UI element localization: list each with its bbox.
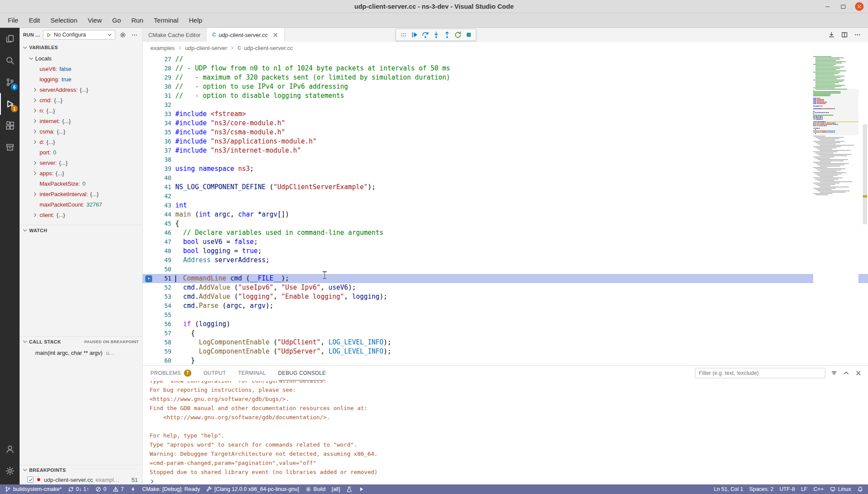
menu-edit[interactable]: Edit: [23, 13, 45, 27]
code-line-56[interactable]: 56 if (logging): [143, 320, 868, 329]
debug-step-out-button[interactable]: [441, 29, 452, 40]
code-line-47[interactable]: 47 bool useV6 = false;: [143, 237, 868, 247]
activity-extensions[interactable]: [0, 115, 20, 137]
debug-restart-button[interactable]: [452, 29, 463, 40]
code-line-46[interactable]: 46 // Declare variables used in command-…: [143, 228, 868, 237]
status-warnings[interactable]: 7: [110, 484, 127, 494]
code-line-29[interactable]: 29// - maximum of 320 packets sent (or l…: [143, 73, 868, 82]
status-notifications[interactable]: [854, 484, 866, 494]
variable-row-port[interactable]: port:0: [20, 147, 142, 157]
locals-scope-row[interactable]: Locals: [20, 53, 142, 63]
activity-run-and-debug[interactable]: 1: [0, 93, 20, 115]
variables-section-header[interactable]: VARIABLES: [20, 42, 142, 53]
status-build[interactable]: Build: [302, 484, 329, 494]
menu-file[interactable]: File: [3, 13, 23, 27]
code-line-27[interactable]: 27//: [143, 55, 868, 64]
menu-selection[interactable]: Selection: [45, 13, 83, 27]
variable-row-apps[interactable]: apps:{...}: [20, 168, 142, 178]
variable-row-internet[interactable]: internet:{...}: [20, 116, 142, 126]
menu-go[interactable]: Go: [107, 13, 126, 27]
code-line-50[interactable]: 50: [143, 265, 868, 274]
variable-row-csma[interactable]: csma:{...}: [20, 126, 142, 137]
variable-row-server[interactable]: server:{...}: [20, 157, 142, 168]
variable-row-MaxPacketSize[interactable]: MaxPacketSize:0: [20, 178, 142, 189]
code-line-28[interactable]: 28// - UDP flow from n0 to n1 of 1024 by…: [143, 64, 868, 73]
code-line-49[interactable]: 49 Address serverAddress;: [143, 256, 868, 265]
code-line-42[interactable]: 42: [143, 192, 868, 201]
debug-continue-button[interactable]: [409, 29, 420, 40]
download-icon[interactable]: [828, 31, 835, 38]
variable-row-maxPacketCount[interactable]: maxPacketCount:32767: [20, 199, 142, 210]
more-actions-icon[interactable]: [854, 31, 861, 38]
variable-row-interPacketInterval[interactable]: interPacketInterval:{...}: [20, 189, 142, 199]
breadcrumb-item[interactable]: udp-client-server.cc: [244, 45, 293, 51]
tab-udp-client-server-cc[interactable]: Cudp-client-server.cc: [207, 28, 285, 42]
status-errors[interactable]: 0: [92, 484, 110, 494]
stack-frame-row[interactable]: main(int argc, char ** argv) u…: [20, 348, 142, 357]
status-indentation[interactable]: Spaces: 2: [746, 484, 777, 494]
debug-config-dropdown[interactable]: No Configura: [43, 30, 115, 40]
status-language[interactable]: C++: [810, 484, 827, 494]
editor-scrollbar[interactable]: [862, 54, 868, 365]
variable-row-client[interactable]: client:{...}: [20, 210, 142, 220]
split-editor-icon[interactable]: [841, 31, 848, 38]
status-launch[interactable]: [355, 484, 367, 494]
status-target-os[interactable]: Linux: [827, 484, 854, 494]
variable-row-n[interactable]: n:{...}: [20, 105, 142, 116]
code-line-59[interactable]: 59 LogComponentEnable ("UdpServer", LOG_…: [143, 347, 868, 356]
status-sync[interactable]: 0↓ 1↑: [65, 484, 92, 494]
code-line-52[interactable]: 52 cmd.AddValue ("useIpv6", "Use Ipv6", …: [143, 283, 868, 292]
code-line-39[interactable]: 39using namespace ns3;: [143, 164, 868, 174]
code-line-53[interactable]: 53 cmd.AddValue ("logging", "Enable logg…: [143, 292, 868, 301]
code-line-48[interactable]: 48 bool logging = true;: [143, 247, 868, 256]
variable-row-useV6[interactable]: useV6:false: [20, 63, 142, 74]
code-line-58[interactable]: 58 LogComponentEnable ("UdpClient", LOG_…: [143, 338, 868, 347]
code-line-34[interactable]: 34#include "ns3/core-module.h": [143, 119, 868, 128]
watch-section-header[interactable]: WATCH: [20, 225, 142, 235]
menu-view[interactable]: View: [83, 13, 107, 27]
breadcrumb-item[interactable]: udp-client-server: [185, 45, 227, 51]
status-cmake-debug[interactable]: [127, 484, 139, 494]
code-line-54[interactable]: 54 cmd.Parse (argc, argv);: [143, 301, 868, 310]
code-line-30[interactable]: 30// - option to use IPv4 or IPv6 addres…: [143, 82, 868, 91]
status-branch[interactable]: buildsystem-cmake*: [2, 484, 65, 494]
minimize-button[interactable]: [824, 3, 831, 10]
code-line-44[interactable]: 44main (int argc, char *argv[]): [143, 210, 868, 219]
activity-account[interactable]: [0, 438, 20, 460]
variable-row-cmd[interactable]: cmd:{...}: [20, 95, 142, 105]
status-cmake-status[interactable]: CMake: [Debug]: Ready: [139, 484, 203, 494]
code-line-43[interactable]: 43int: [143, 201, 868, 210]
code-line-37[interactable]: 37#include "ns3/internet-module.h": [143, 146, 868, 155]
status-build-target[interactable]: [all]: [328, 484, 343, 494]
activity-search[interactable]: [0, 50, 20, 71]
maximize-button[interactable]: [839, 3, 847, 10]
breakpoint-checkbox[interactable]: [27, 477, 33, 483]
close-button[interactable]: [855, 2, 864, 11]
minimap[interactable]: [813, 54, 858, 365]
code-line-41[interactable]: 41NS_LOG_COMPONENT_DEFINE ("UdpClientSer…: [143, 183, 868, 192]
variable-row-serverAddress[interactable]: serverAddress:{...}: [20, 84, 142, 95]
debug-step-over-button[interactable]: [420, 29, 431, 40]
code-line-31[interactable]: 31// - option to disable logging stateme…: [143, 91, 868, 100]
console-filter-input[interactable]: [695, 368, 825, 378]
code-editor[interactable]: 27//28// - UDP flow from n0 to n1 of 102…: [143, 54, 868, 365]
debug-console[interactable]: Type "show configuration" for configurat…: [143, 381, 862, 484]
code-line-60[interactable]: 60 }: [143, 356, 868, 365]
activity-source-control[interactable]: 6: [0, 71, 20, 93]
scrollbar-thumb[interactable]: [863, 124, 867, 224]
variable-row-d[interactable]: d:{...}: [20, 137, 142, 147]
code-line-45[interactable]: 45{: [143, 219, 868, 228]
debug-settings-button[interactable]: [118, 30, 127, 39]
tab-close-icon[interactable]: [272, 32, 279, 38]
code-line-55[interactable]: 55: [143, 310, 868, 320]
clear-console-icon[interactable]: [831, 370, 838, 377]
code-line-38[interactable]: 38: [143, 155, 868, 164]
maximize-panel-icon[interactable]: [843, 370, 850, 377]
activity-settings[interactable]: [0, 460, 20, 482]
activity-explorer[interactable]: [0, 28, 20, 50]
code-line-40[interactable]: 40: [143, 174, 868, 183]
status-cursor-position[interactable]: Ln 51, Col 1: [711, 484, 746, 494]
tab-cmake-cache-editor[interactable]: CMake Cache Editor: [143, 28, 207, 42]
console-prompt[interactable]: [150, 477, 862, 484]
menu-terminal[interactable]: Terminal: [149, 13, 184, 27]
